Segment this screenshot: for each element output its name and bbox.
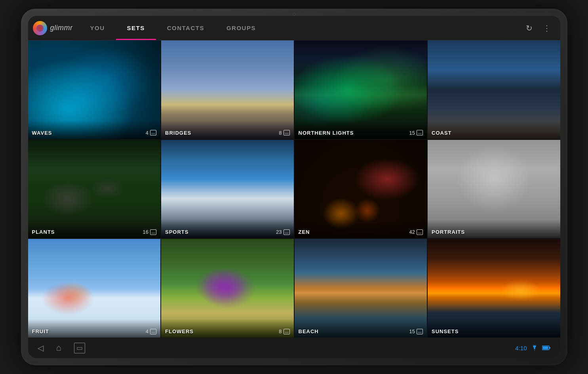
image-icon-bridges	[284, 130, 290, 135]
grid-item-beach[interactable]: BEACH15	[295, 239, 427, 338]
logo-area: glimmr	[28, 16, 79, 40]
grid-count-beach: 15	[409, 328, 423, 334]
refresh-button[interactable]: ↻	[522, 21, 537, 35]
tab-you[interactable]: YOU	[79, 16, 116, 40]
grid-title-portraits: PORTRAITS	[432, 229, 465, 235]
grid-count-sports: 23	[276, 229, 289, 235]
grid-item-sports[interactable]: SPORTS23	[161, 140, 294, 239]
grid-item-sunsets[interactable]: SUNSETS	[428, 239, 560, 338]
image-icon-zen	[417, 229, 423, 235]
tablet-screen: glimmr YOU SETS CONTACTS GROUPS ↻ ⋮	[28, 16, 560, 358]
nav-right-actions: ↻ ⋮	[516, 16, 560, 40]
image-icon-northern-lights	[417, 130, 423, 135]
tablet-frame: glimmr YOU SETS CONTACTS GROUPS ↻ ⋮	[21, 9, 567, 365]
grid-count-bridges: 8	[279, 130, 289, 136]
grid-title-zen: ZEN	[299, 229, 310, 235]
grid-count-waves: 4	[146, 130, 156, 136]
grid-item-waves[interactable]: WAVES4	[28, 40, 161, 139]
svg-rect-1	[549, 347, 550, 349]
image-icon-sports	[284, 229, 290, 235]
image-icon-waves	[150, 130, 156, 135]
grid-item-flowers[interactable]: FLOWERS8	[161, 239, 294, 338]
grid-title-flowers: FLOWERS	[165, 328, 194, 334]
back-button[interactable]: ◁	[38, 343, 44, 353]
grid-item-zen[interactable]: ZEN42	[295, 140, 427, 239]
app-name: glimmr	[50, 24, 73, 32]
image-icon-beach	[417, 329, 423, 334]
grid-count-flowers: 8	[279, 328, 289, 334]
image-icon-flowers	[284, 329, 290, 334]
tab-contacts[interactable]: CONTACTS	[156, 16, 215, 40]
nav-tabs: YOU SETS CONTACTS GROUPS	[79, 16, 516, 40]
grid-title-waves: WAVES	[32, 130, 52, 136]
grid-count-northern-lights: 15	[409, 130, 423, 136]
grid-title-northern-lights: NORTHERN LIGHTS	[299, 130, 354, 136]
status-bar-right: 4:10	[515, 345, 550, 351]
tab-sets[interactable]: SETS	[116, 16, 156, 40]
clock-time: 4:10	[515, 345, 527, 351]
grid-item-portraits[interactable]: PORTRAITS	[428, 140, 560, 239]
grid-title-fruit: FRUIT	[32, 328, 49, 334]
app-logo-icon	[33, 21, 47, 35]
more-button[interactable]: ⋮	[540, 21, 554, 35]
grid-item-coast[interactable]: COAST	[428, 40, 560, 139]
grid-title-beach: BEACH	[299, 328, 319, 334]
grid-item-fruit[interactable]: FRUIT4	[28, 239, 161, 338]
grid-count-zen: 42	[409, 229, 423, 235]
navbar: glimmr YOU SETS CONTACTS GROUPS ↻ ⋮	[28, 16, 560, 40]
svg-rect-2	[542, 347, 548, 349]
image-icon-plants	[150, 229, 156, 235]
grid-title-sports: SPORTS	[165, 229, 188, 235]
grid-title-bridges: BRIDGES	[165, 130, 191, 136]
grid-item-bridges[interactable]: BRIDGES8	[161, 40, 294, 139]
photo-grid: WAVES4BRIDGES8NORTHERN LIGHTS15COASTPLAN…	[28, 40, 560, 338]
grid-title-sunsets: SUNSETS	[432, 328, 459, 334]
image-icon-fruit	[150, 329, 156, 334]
grid-count-fruit: 4	[146, 328, 156, 334]
wifi-icon	[531, 345, 538, 351]
recents-button[interactable]: ▭	[74, 343, 85, 353]
bottom-nav-icons: ◁ ⌂ ▭	[38, 343, 85, 353]
bottom-bar: ◁ ⌂ ▭ 4:10	[28, 338, 560, 358]
battery-icon	[542, 345, 551, 351]
grid-count-plants: 16	[143, 229, 156, 235]
tab-groups[interactable]: GROUPS	[215, 16, 267, 40]
grid-item-plants[interactable]: PLANTS16	[28, 140, 161, 239]
grid-item-northern-lights[interactable]: NORTHERN LIGHTS15	[295, 40, 427, 139]
grid-title-coast: COAST	[432, 130, 452, 136]
camera-dot	[293, 13, 296, 16]
logo-lens	[36, 25, 44, 32]
grid-title-plants: PLANTS	[32, 229, 55, 235]
home-button[interactable]: ⌂	[56, 343, 61, 353]
